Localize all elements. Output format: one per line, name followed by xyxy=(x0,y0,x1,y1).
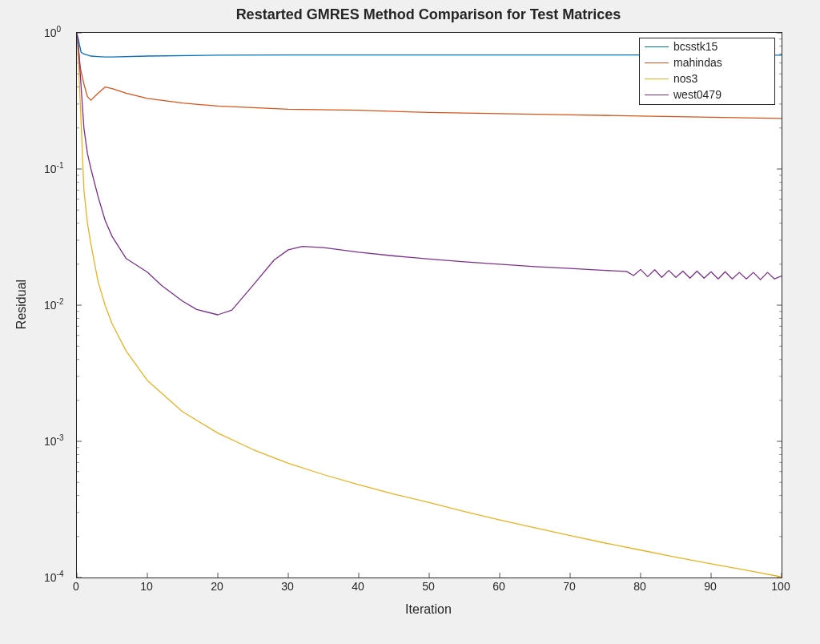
x-tick-label: 30 xyxy=(281,580,294,593)
y-axis-label: Residual xyxy=(14,32,30,577)
legend-swatch xyxy=(645,78,669,79)
figure: { "title": "Restarted GMRES Method Compa… xyxy=(0,0,820,644)
legend-swatch xyxy=(645,95,669,95)
plot-area xyxy=(77,33,782,578)
legend-swatch xyxy=(645,62,669,63)
legend-swatch xyxy=(645,46,669,47)
x-tick-label: 60 xyxy=(492,580,505,593)
legend-item: west0479 xyxy=(640,87,774,103)
x-tick-label: 10 xyxy=(140,580,153,593)
y-tick-label: 10-1 xyxy=(44,161,63,175)
x-tick-label: 100 xyxy=(771,580,790,593)
y-tick-label: 10-2 xyxy=(44,297,63,312)
x-tick-label: 0 xyxy=(73,580,79,593)
x-tick-label: 80 xyxy=(633,580,646,593)
legend-label: bcsstk15 xyxy=(673,40,718,53)
x-tick-label: 70 xyxy=(563,580,576,593)
legend-label: nos3 xyxy=(673,72,697,85)
x-tick-label: 50 xyxy=(422,580,435,593)
x-tick-label: 90 xyxy=(704,580,717,593)
legend-label: west0479 xyxy=(673,88,722,101)
y-tick-label: 10-4 xyxy=(44,570,63,584)
axes xyxy=(76,32,782,578)
legend-item: bcsstk15 xyxy=(640,38,774,54)
x-axis-label: Iteration xyxy=(76,602,781,617)
y-tick-label: 10-3 xyxy=(44,433,63,448)
x-tick-label: 40 xyxy=(352,580,364,593)
x-tick-label: 20 xyxy=(211,580,223,593)
legend-item: nos3 xyxy=(640,70,774,87)
legend-label: mahindas xyxy=(673,56,722,69)
legend-item: mahindas xyxy=(640,54,774,70)
series-nos3 xyxy=(77,33,782,577)
chart-title: Restarted GMRES Method Comparison for Te… xyxy=(76,6,781,23)
y-tick-label: 100 xyxy=(44,25,61,39)
legend: bcsstk15mahindasnos3west0479 xyxy=(639,38,775,105)
